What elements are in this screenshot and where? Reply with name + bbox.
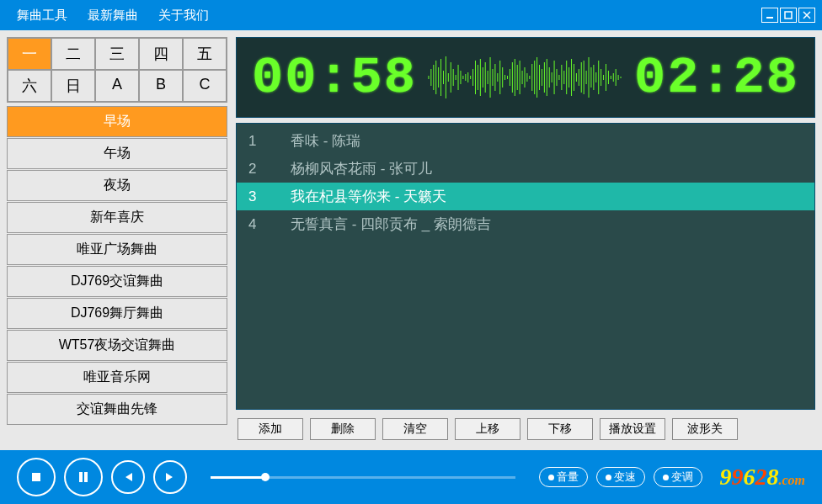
time-elapsed: 00:58	[252, 48, 417, 108]
waveoff-button[interactable]: 波形关	[672, 418, 738, 440]
tab-日[interactable]: 日	[51, 70, 95, 102]
minimize-button[interactable]	[761, 8, 778, 23]
category-item[interactable]: DJ769舞厅舞曲	[7, 298, 227, 329]
playlist-row[interactable]: 3我在杞县等你来 - 天籁天	[237, 183, 814, 210]
category-item[interactable]: 唯亚广场舞曲	[7, 234, 227, 265]
next-button[interactable]	[153, 460, 187, 494]
playlist-num: 2	[248, 161, 291, 178]
tab-一[interactable]: 一	[8, 38, 51, 70]
tab-二[interactable]: 二	[51, 38, 95, 70]
maximize-button[interactable]	[780, 8, 797, 23]
category-item[interactable]: 夜场	[7, 170, 227, 201]
playsettings-button[interactable]: 播放设置	[600, 418, 665, 440]
category-item[interactable]: DJ769交谊舞曲	[7, 266, 227, 297]
svg-rect-1	[785, 12, 792, 19]
category-item[interactable]: 新年喜庆	[7, 202, 227, 233]
menu-latest[interactable]: 最新舞曲	[77, 8, 148, 24]
category-item[interactable]: 唯亚音乐网	[7, 362, 227, 393]
playlist-title: 杨柳风杏花雨 - 张可儿	[291, 159, 803, 178]
titlebar: 舞曲工具 最新舞曲 关于我们	[0, 0, 822, 30]
tab-五[interactable]: 五	[183, 38, 227, 70]
clear-button[interactable]: 清空	[382, 418, 448, 440]
playlist-num: 4	[248, 216, 291, 233]
category-item[interactable]: 早场	[7, 106, 227, 137]
tab-B[interactable]: B	[139, 70, 183, 102]
progress-slider[interactable]	[211, 476, 515, 479]
playbar: 音量 变速 变调 99628.com	[0, 450, 822, 504]
playlist-title: 无誓真言 - 四郎贡布 _ 索朗德吉	[291, 215, 803, 234]
playlist-title: 香味 - 陈瑞	[291, 131, 803, 151]
add-button[interactable]: 添加	[238, 418, 303, 440]
tab-四[interactable]: 四	[139, 38, 183, 70]
tabs-grid: 一二三四五六日ABC	[7, 37, 227, 103]
tab-C[interactable]: C	[183, 70, 227, 102]
movedown-button[interactable]: 下移	[527, 418, 593, 440]
prev-button[interactable]	[111, 460, 145, 494]
svg-rect-82	[79, 472, 83, 482]
svg-rect-81	[32, 473, 40, 481]
moveup-button[interactable]: 上移	[455, 418, 520, 440]
category-item[interactable]: 午场	[7, 138, 227, 169]
svg-rect-0	[766, 17, 773, 19]
sidebar: 一二三四五六日ABC 早场午场夜场新年喜庆唯亚广场舞曲DJ769交谊舞曲DJ76…	[7, 37, 227, 443]
menu-about[interactable]: 关于我们	[148, 8, 219, 24]
tab-A[interactable]: A	[95, 70, 139, 102]
playlist-num: 1	[248, 133, 291, 150]
playlist-row[interactable]: 4无誓真言 - 四郎贡布 _ 索朗德吉	[237, 210, 814, 238]
waveform	[427, 52, 624, 103]
category-item[interactable]: WT57夜场交谊舞曲	[7, 330, 227, 361]
stop-button[interactable]	[17, 458, 56, 496]
tab-六[interactable]: 六	[8, 70, 51, 102]
playlist-title: 我在杞县等你来 - 天籁天	[291, 187, 803, 206]
volume-button[interactable]: 音量	[539, 467, 588, 487]
speed-button[interactable]: 变速	[596, 467, 645, 487]
menu-tools[interactable]: 舞曲工具	[7, 8, 77, 24]
playlist-row[interactable]: 1香味 - 陈瑞	[237, 127, 814, 155]
category-item[interactable]: 交谊舞曲先锋	[7, 394, 227, 425]
category-list: 早场午场夜场新年喜庆唯亚广场舞曲DJ769交谊舞曲DJ769舞厅舞曲WT57夜场…	[7, 106, 227, 426]
time-total: 02:28	[634, 48, 799, 108]
close-button[interactable]	[798, 8, 815, 23]
tab-三[interactable]: 三	[95, 38, 139, 70]
pause-button[interactable]	[64, 458, 103, 496]
logo: 99628.com	[719, 464, 805, 491]
display-panel: 00:58 02:28	[236, 37, 815, 118]
action-buttons: 添加 删除 清空 上移 下移 播放设置 波形关	[236, 415, 815, 443]
svg-rect-83	[84, 472, 88, 482]
playlist: 1香味 - 陈瑞2杨柳风杏花雨 - 张可儿3我在杞县等你来 - 天籁天4无誓真言…	[236, 123, 815, 410]
delete-button[interactable]: 删除	[310, 418, 376, 440]
pitch-button[interactable]: 变调	[654, 467, 702, 487]
playlist-row[interactable]: 2杨柳风杏花雨 - 张可儿	[237, 155, 814, 183]
playlist-num: 3	[248, 188, 291, 205]
